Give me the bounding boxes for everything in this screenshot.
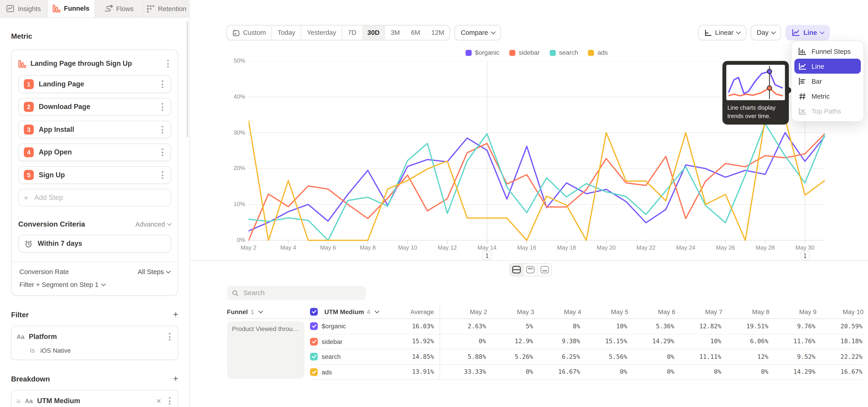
tooltip-text: Line charts display trends over time. [726, 100, 785, 121]
filter-kebab-icon[interactable] [166, 331, 173, 343]
chevron-down-icon [166, 269, 170, 274]
step-label: Sign Up [39, 171, 154, 179]
table-cell-value: 9.52% [770, 349, 816, 365]
x-axis-label: May 12 [431, 244, 464, 251]
legend-item-sidebar[interactable]: sidebar [509, 49, 539, 56]
tab-label: Retention [158, 5, 186, 12]
funnel-title: Landing Page through Sign Up [31, 60, 161, 67]
filter-condition[interactable]: Is iOS Native [30, 347, 173, 354]
step-number-badge: 5 [24, 170, 34, 180]
tab-funnels[interactable]: Funnels [48, 0, 95, 17]
tab-flows[interactable]: Flows [95, 0, 143, 17]
chart-type-menu: Funnel Steps Line Bar Metric Top Paths [791, 40, 864, 122]
layout-chart-only-toggle[interactable] [524, 264, 537, 276]
table-header-day: May 3 [487, 305, 534, 319]
funnel-steps-icon [798, 47, 807, 55]
row-checkbox[interactable] [310, 368, 318, 376]
add-step-button[interactable]: + Add Step [18, 189, 171, 207]
funnel-step[interactable]: 2Download Page [18, 98, 171, 116]
x-axis-label: May 2 [232, 244, 265, 251]
menu-item-bar[interactable]: Bar [794, 74, 861, 89]
select-all-checkbox[interactable] [310, 308, 318, 315]
search-input[interactable] [242, 288, 361, 298]
menu-item-funnel-steps[interactable]: Funnel Steps [794, 44, 861, 59]
row-checkbox[interactable] [310, 353, 318, 361]
segment-name: $organic [322, 323, 346, 330]
remove-breakdown-icon[interactable]: × [156, 396, 162, 405]
row-checkbox[interactable] [310, 322, 318, 330]
step-label: App Install [39, 126, 154, 133]
conversion-rate-label: Conversion Rate [20, 268, 69, 276]
funnel-metric-card: Landing Page through Sign Up 1Landing Pa… [11, 49, 178, 296]
table-cell-value: 0% [581, 365, 628, 380]
all-steps-dropdown[interactable]: All Steps [138, 268, 170, 276]
breakdown-card[interactable]: Aa UTM Medium × [11, 390, 178, 407]
conversion-criteria-heading: Conversion Criteria [18, 220, 85, 228]
step-number-badge: 3 [24, 125, 34, 134]
table-header-day: May 2 [440, 305, 487, 319]
funnel-step[interactable]: 5Sign Up [18, 166, 171, 184]
table-cell-value: 9.38% [534, 334, 581, 349]
funnel-step[interactable]: 1Landing Page [18, 75, 171, 93]
x-axis-label: May 18 [550, 244, 583, 251]
filter-card[interactable]: Aa Platform Is iOS Native [11, 325, 178, 360]
y-axis-label: 30% [222, 129, 245, 135]
legend-item-ads[interactable]: ads [588, 49, 608, 56]
breakdown-table: Funnel1UTM Medium4AverageMay 2May 3May 4… [227, 305, 868, 380]
x-axis-label: May 10 [391, 244, 424, 251]
top-paths-icon [798, 107, 807, 115]
filter-property: Platform [29, 333, 162, 341]
step-number-badge: 1 [24, 79, 34, 89]
table-cell-value: 11.11% [675, 349, 722, 365]
legend-item-search[interactable]: search [550, 49, 578, 56]
series-line-ads[interactable] [249, 118, 825, 240]
step-kebab-icon[interactable] [159, 78, 165, 90]
add-filter-button[interactable]: + [173, 310, 178, 319]
layout-table-only-toggle[interactable] [537, 264, 551, 276]
layout-split-toggle[interactable] [510, 264, 524, 276]
tab-insights[interactable]: Insights [0, 0, 48, 17]
table-search [227, 286, 366, 300]
funnel-kebab-icon[interactable] [165, 58, 171, 70]
menu-item-line[interactable]: Line [794, 59, 861, 74]
table-header-breakdown[interactable]: UTM Medium4 [310, 305, 388, 319]
funnel-step[interactable]: 3App Install [18, 121, 171, 138]
x-axis-label: May 8 [351, 244, 384, 251]
conversion-window-button[interactable]: Within 7 days [18, 235, 171, 252]
legend-swatch [509, 50, 515, 56]
add-breakdown-button[interactable]: + [173, 374, 178, 383]
table-cell-value: 20.59% [816, 319, 864, 334]
annotation-badge[interactable]: 1 [800, 251, 810, 260]
sidebar-scrollbar[interactable] [186, 21, 188, 137]
breakdown-kebab-icon[interactable] [166, 395, 173, 407]
funnel-step[interactable]: 4App Open [18, 143, 171, 161]
advanced-dropdown[interactable]: Advanced [135, 220, 171, 228]
string-type-icon: Aa [17, 333, 24, 340]
segment-name: sidebar [322, 338, 342, 345]
table-cell-value: 0% [440, 334, 487, 349]
chevron-down-icon [101, 282, 106, 286]
chevron-down-icon [167, 221, 172, 226]
funnel-title-row[interactable]: Landing Page through Sign Up [18, 57, 171, 71]
step-kebab-icon[interactable] [159, 146, 165, 158]
drag-handle-icon[interactable] [17, 400, 20, 402]
table-cell-value: 2.63% [440, 319, 487, 334]
step-number-badge: 4 [24, 147, 34, 157]
table-cell-value: 16.67% [816, 365, 864, 380]
row-checkbox[interactable] [310, 338, 318, 345]
menu-item-metric[interactable]: Metric [794, 89, 861, 103]
funnel-steps-list: 1Landing Page2Download Page3App Install4… [18, 75, 171, 184]
insights-icon [6, 4, 15, 13]
table-header-funnel[interactable]: Funnel1 [227, 305, 310, 319]
tab-retention[interactable]: Retention [143, 0, 190, 17]
y-axis-label: 0% [222, 237, 245, 243]
series-line-organic[interactable] [249, 133, 825, 231]
annotation-badge[interactable]: 1 [483, 251, 492, 260]
step-kebab-icon[interactable] [159, 123, 165, 136]
filter-segment-dropdown[interactable]: Filter + Segment on Step 1 [20, 281, 170, 288]
step-kebab-icon[interactable] [159, 101, 165, 113]
legend-item-organic[interactable]: $organic [466, 49, 500, 56]
table-group-label[interactable]: Product Viewed through P... [227, 321, 305, 379]
step-kebab-icon[interactable] [159, 169, 165, 181]
funnels-icon [53, 4, 61, 12]
